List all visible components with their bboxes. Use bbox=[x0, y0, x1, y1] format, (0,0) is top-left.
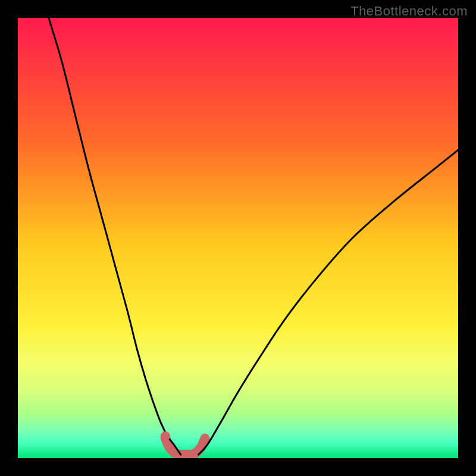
marker-left-dot bbox=[161, 431, 170, 441]
watermark-text: TheBottleneck.com bbox=[350, 4, 468, 19]
chart-frame: TheBottleneck.com bbox=[0, 0, 476, 476]
chart-canvas bbox=[0, 0, 476, 476]
